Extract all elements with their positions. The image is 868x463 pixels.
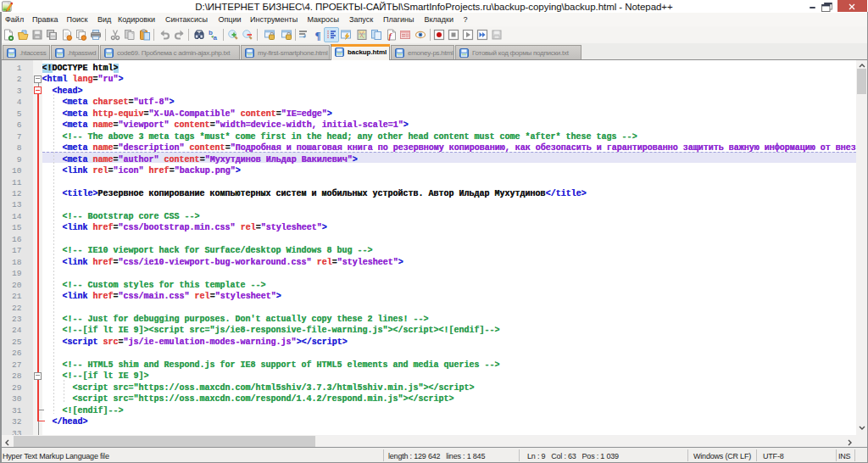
svg-text:¶: ¶ bbox=[314, 29, 320, 41]
svg-text:a: a bbox=[214, 34, 218, 41]
svg-text:b: b bbox=[209, 29, 213, 36]
